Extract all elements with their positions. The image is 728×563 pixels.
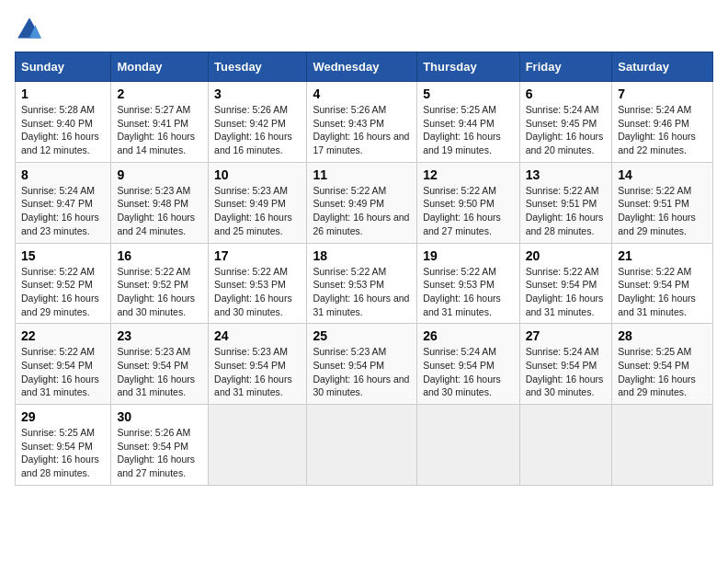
calendar-cell: 7Sunrise: 5:24 AMSunset: 9:46 PMDaylight… [612,82,713,163]
day-number: 7 [618,86,707,101]
calendar-cell: 27Sunrise: 5:24 AMSunset: 9:54 PMDayligh… [519,324,612,405]
day-number: 9 [117,167,202,182]
day-number: 4 [313,86,411,101]
day-info: Sunrise: 5:22 AMSunset: 9:51 PMDaylight:… [526,184,607,238]
day-info: Sunrise: 5:26 AMSunset: 9:42 PMDaylight:… [214,103,301,157]
day-number: 30 [117,409,202,424]
day-number: 13 [526,167,607,182]
calendar-cell [612,405,713,486]
day-number: 20 [526,248,607,263]
page-header [15,15,713,44]
week-row-1: 1Sunrise: 5:28 AMSunset: 9:40 PMDaylight… [16,82,713,163]
calendar-cell: 21Sunrise: 5:22 AMSunset: 9:54 PMDayligh… [612,243,713,324]
calendar-cell: 18Sunrise: 5:22 AMSunset: 9:53 PMDayligh… [307,243,417,324]
header-tuesday: Tuesday [209,52,307,82]
day-number: 16 [117,248,202,263]
day-number: 2 [117,86,202,101]
day-info: Sunrise: 5:23 AMSunset: 9:54 PMDaylight:… [313,345,411,399]
calendar-cell: 15Sunrise: 5:22 AMSunset: 9:52 PMDayligh… [16,243,111,324]
day-info: Sunrise: 5:24 AMSunset: 9:46 PMDaylight:… [618,103,707,157]
day-number: 19 [423,248,513,263]
calendar-cell [417,405,519,486]
calendar-table: SundayMondayTuesdayWednesdayThursdayFrid… [15,52,713,486]
day-number: 6 [526,86,607,101]
calendar-cell: 16Sunrise: 5:22 AMSunset: 9:52 PMDayligh… [111,243,209,324]
day-number: 5 [423,86,513,101]
calendar-cell: 13Sunrise: 5:22 AMSunset: 9:51 PMDayligh… [519,162,612,243]
calendar-cell: 4Sunrise: 5:26 AMSunset: 9:43 PMDaylight… [307,82,417,163]
calendar-cell: 17Sunrise: 5:22 AMSunset: 9:53 PMDayligh… [209,243,307,324]
week-row-4: 22Sunrise: 5:22 AMSunset: 9:54 PMDayligh… [16,324,713,405]
header-sunday: Sunday [16,52,111,82]
day-info: Sunrise: 5:25 AMSunset: 9:54 PMDaylight:… [21,426,105,480]
day-info: Sunrise: 5:22 AMSunset: 9:54 PMDaylight:… [618,265,707,319]
day-number: 23 [117,328,202,343]
day-info: Sunrise: 5:22 AMSunset: 9:53 PMDaylight:… [423,265,513,319]
header-friday: Friday [519,52,612,82]
day-info: Sunrise: 5:22 AMSunset: 9:50 PMDaylight:… [423,184,513,238]
day-number: 12 [423,167,513,182]
day-number: 22 [21,328,105,343]
day-info: Sunrise: 5:24 AMSunset: 9:54 PMDaylight:… [526,345,607,399]
day-info: Sunrise: 5:26 AMSunset: 9:43 PMDaylight:… [313,103,411,157]
week-row-2: 8Sunrise: 5:24 AMSunset: 9:47 PMDaylight… [16,162,713,243]
calendar-cell: 3Sunrise: 5:26 AMSunset: 9:42 PMDaylight… [209,82,307,163]
day-info: Sunrise: 5:23 AMSunset: 9:48 PMDaylight:… [117,184,202,238]
calendar-cell: 20Sunrise: 5:22 AMSunset: 9:54 PMDayligh… [519,243,612,324]
day-number: 29 [21,409,105,424]
day-info: Sunrise: 5:22 AMSunset: 9:49 PMDaylight:… [313,184,411,238]
header-wednesday: Wednesday [307,52,417,82]
day-number: 1 [21,86,105,101]
day-info: Sunrise: 5:23 AMSunset: 9:54 PMDaylight:… [117,345,202,399]
day-info: Sunrise: 5:26 AMSunset: 9:54 PMDaylight:… [117,426,202,480]
day-number: 21 [618,248,707,263]
day-number: 18 [313,248,411,263]
day-number: 11 [313,167,411,182]
day-number: 14 [618,167,707,182]
calendar-cell: 2Sunrise: 5:27 AMSunset: 9:41 PMDaylight… [111,82,209,163]
day-info: Sunrise: 5:28 AMSunset: 9:40 PMDaylight:… [21,103,105,157]
day-number: 28 [618,328,707,343]
day-info: Sunrise: 5:22 AMSunset: 9:54 PMDaylight:… [526,265,607,319]
day-info: Sunrise: 5:25 AMSunset: 9:54 PMDaylight:… [618,345,707,399]
calendar-cell: 9Sunrise: 5:23 AMSunset: 9:48 PMDaylight… [111,162,209,243]
calendar-cell: 11Sunrise: 5:22 AMSunset: 9:49 PMDayligh… [307,162,417,243]
logo-icon [15,15,44,44]
day-info: Sunrise: 5:22 AMSunset: 9:52 PMDaylight:… [117,265,202,319]
calendar-cell: 12Sunrise: 5:22 AMSunset: 9:50 PMDayligh… [417,162,519,243]
day-info: Sunrise: 5:23 AMSunset: 9:49 PMDaylight:… [214,184,301,238]
day-info: Sunrise: 5:22 AMSunset: 9:52 PMDaylight:… [21,265,105,319]
header-row: SundayMondayTuesdayWednesdayThursdayFrid… [16,52,713,82]
calendar-cell: 6Sunrise: 5:24 AMSunset: 9:45 PMDaylight… [519,82,612,163]
day-number: 27 [526,328,607,343]
day-info: Sunrise: 5:27 AMSunset: 9:41 PMDaylight:… [117,103,202,157]
day-info: Sunrise: 5:24 AMSunset: 9:54 PMDaylight:… [423,345,513,399]
calendar-cell: 24Sunrise: 5:23 AMSunset: 9:54 PMDayligh… [209,324,307,405]
header-saturday: Saturday [612,52,713,82]
calendar-cell: 26Sunrise: 5:24 AMSunset: 9:54 PMDayligh… [417,324,519,405]
calendar-cell: 10Sunrise: 5:23 AMSunset: 9:49 PMDayligh… [209,162,307,243]
calendar-cell: 8Sunrise: 5:24 AMSunset: 9:47 PMDaylight… [16,162,111,243]
calendar-cell: 28Sunrise: 5:25 AMSunset: 9:54 PMDayligh… [612,324,713,405]
header-thursday: Thursday [417,52,519,82]
day-number: 17 [214,248,301,263]
calendar-cell: 22Sunrise: 5:22 AMSunset: 9:54 PMDayligh… [16,324,111,405]
calendar-cell: 14Sunrise: 5:22 AMSunset: 9:51 PMDayligh… [612,162,713,243]
day-info: Sunrise: 5:22 AMSunset: 9:53 PMDaylight:… [313,265,411,319]
calendar-cell: 5Sunrise: 5:25 AMSunset: 9:44 PMDaylight… [417,82,519,163]
day-info: Sunrise: 5:22 AMSunset: 9:53 PMDaylight:… [214,265,301,319]
calendar-cell: 29Sunrise: 5:25 AMSunset: 9:54 PMDayligh… [16,405,111,486]
day-number: 8 [21,167,105,182]
calendar-cell: 1Sunrise: 5:28 AMSunset: 9:40 PMDaylight… [16,82,111,163]
day-info: Sunrise: 5:22 AMSunset: 9:54 PMDaylight:… [21,345,105,399]
calendar-cell [209,405,307,486]
day-info: Sunrise: 5:24 AMSunset: 9:45 PMDaylight:… [526,103,607,157]
calendar-cell [307,405,417,486]
day-info: Sunrise: 5:23 AMSunset: 9:54 PMDaylight:… [214,345,301,399]
week-row-3: 15Sunrise: 5:22 AMSunset: 9:52 PMDayligh… [16,243,713,324]
day-info: Sunrise: 5:25 AMSunset: 9:44 PMDaylight:… [423,103,513,157]
calendar-cell [519,405,612,486]
day-info: Sunrise: 5:24 AMSunset: 9:47 PMDaylight:… [21,184,105,238]
day-number: 3 [214,86,301,101]
week-row-5: 29Sunrise: 5:25 AMSunset: 9:54 PMDayligh… [16,405,713,486]
